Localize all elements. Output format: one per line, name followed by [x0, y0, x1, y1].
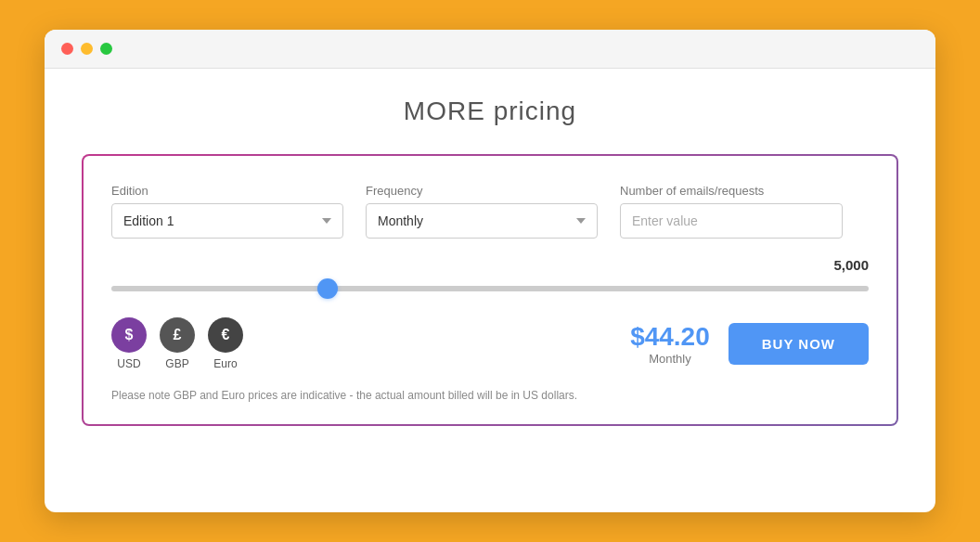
frequency-label: Frequency	[366, 184, 598, 198]
window-content: MORE pricing Edition Edition 1 Edition 2…	[45, 69, 935, 445]
emails-label: Number of emails/requests	[620, 184, 843, 198]
edition-label: Edition	[111, 184, 343, 198]
bottom-row: $ USD £ GBP € Euro $44.20 Month	[111, 317, 869, 370]
disclaimer-text: Please note GBP and Euro prices are indi…	[111, 389, 869, 402]
page-title: MORE pricing	[82, 97, 898, 126]
usd-icon[interactable]: $	[111, 317, 147, 353]
price-amount: $44.20	[630, 322, 710, 352]
edition-select[interactable]: Edition 1 Edition 2 Edition 3	[111, 203, 343, 239]
frequency-group: Frequency Monthly Yearly	[366, 184, 598, 239]
emails-input[interactable]	[620, 203, 843, 239]
slider-container: 5,000	[111, 257, 869, 295]
currency-item-gbp[interactable]: £ GBP	[160, 317, 195, 370]
buy-now-button[interactable]: BUY NOW	[729, 323, 869, 365]
price-frequency: Monthly	[630, 352, 710, 366]
frequency-select[interactable]: Monthly Yearly	[366, 203, 598, 239]
usd-label: USD	[117, 357, 140, 370]
app-window: MORE pricing Edition Edition 1 Edition 2…	[45, 30, 935, 512]
form-row: Edition Edition 1 Edition 2 Edition 3 Fr…	[111, 184, 869, 239]
slider-value: 5,000	[111, 257, 869, 273]
titlebar	[45, 30, 935, 69]
close-button[interactable]	[61, 43, 73, 55]
gbp-label: GBP	[165, 357, 188, 370]
eur-label: Euro	[213, 357, 237, 370]
currency-item-eur[interactable]: € Euro	[208, 317, 243, 370]
maximize-button[interactable]	[100, 43, 112, 55]
price-display: $44.20 Monthly	[630, 322, 710, 366]
edition-group: Edition Edition 1 Edition 2 Edition 3	[111, 184, 343, 239]
minimize-button[interactable]	[81, 43, 93, 55]
currency-row: $ USD £ GBP € Euro	[111, 317, 243, 370]
eur-icon[interactable]: €	[208, 317, 243, 353]
gbp-icon[interactable]: £	[160, 317, 195, 353]
pricing-card: Edition Edition 1 Edition 2 Edition 3 Fr…	[82, 154, 898, 426]
price-buy: $44.20 Monthly BUY NOW	[630, 322, 869, 366]
currency-item-usd[interactable]: $ USD	[111, 317, 147, 370]
emails-slider[interactable]	[111, 286, 869, 291]
emails-group: Number of emails/requests	[620, 184, 843, 239]
